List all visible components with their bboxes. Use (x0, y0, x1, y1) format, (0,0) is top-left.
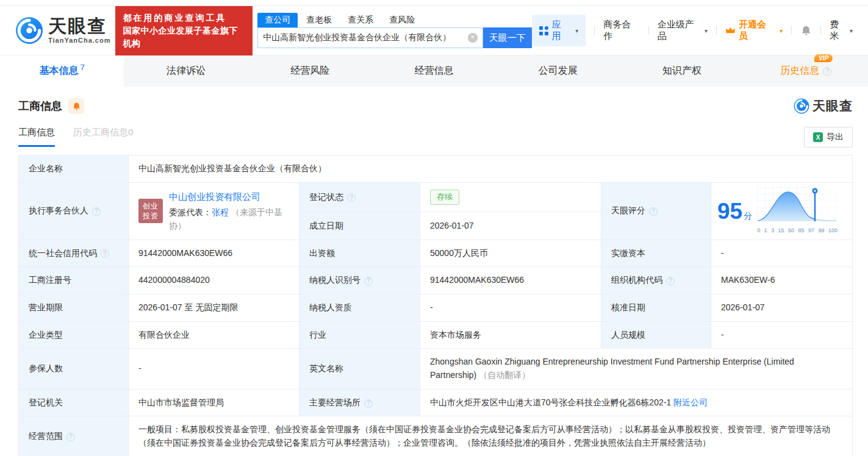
tab-operating-risk[interactable]: 经营风险 (248, 55, 372, 87)
english-name-value: Zhongshan Gaoxin Zhiguang Entrepreneursh… (420, 349, 853, 389)
score-axis-ticks: 0131550859799100 (757, 227, 838, 235)
divider (594, 26, 595, 35)
help-icon[interactable]: ? (92, 207, 101, 216)
reg-authority-value: 中山市市场监督管理局 (129, 389, 299, 416)
enterprise-product-label: 企业级产品 (658, 19, 703, 42)
search-tab-company[interactable]: 查公司 (257, 13, 298, 27)
tab-history-info[interactable]: 历史信息 VIP ? (744, 55, 868, 87)
vip-badge: VIP (814, 54, 833, 62)
taxpayer-id-label: 纳税人识别号? (299, 267, 420, 294)
help-icon[interactable]: ? (666, 277, 675, 285)
paid-capital-value: - (711, 240, 853, 267)
credit-code-label: 统一社会信用代码? (19, 240, 129, 267)
tab-history-info-label: 历史信息 (780, 65, 819, 77)
establish-date-label: 成立日期 (299, 212, 420, 240)
company-name-label: 企业名称 (19, 155, 129, 183)
table-row: 营业期限 2026-01-07 至 无固定期限 纳税人资质 - 核准日期 202… (19, 294, 853, 322)
contribution-label: 出资额 (299, 240, 420, 267)
tab-company-development[interactable]: 公司发展 (496, 55, 620, 87)
business-scope-label: 经营范围? (19, 416, 129, 456)
open-vip-menu[interactable]: 开通会员 ▾ (725, 19, 783, 42)
promo-line1: 都在用的商业查询工具 (123, 12, 245, 24)
score-distribution-chart: 0131550859799100 (757, 187, 838, 236)
tianyancha-logo[interactable]: 天眼查 TianYanCha.com (15, 16, 110, 45)
industry-label: 行业 (299, 321, 420, 349)
apps-grid-icon (539, 26, 548, 35)
table-row: 参保人数 - 英文名称 Zhongshan Gaoxin Zhiguang En… (19, 349, 853, 389)
open-vip-label: 开通会员 (739, 19, 775, 42)
help-icon[interactable]: ? (364, 277, 373, 285)
rep-label: 委派代表： (169, 207, 212, 217)
help-icon[interactable]: ? (347, 193, 356, 202)
score-value: 95分 (711, 183, 853, 240)
search-tab-risk[interactable]: 查风险 (382, 13, 422, 27)
tab-legal[interactable]: 法律诉讼 (124, 55, 248, 87)
table-row: 工商注册号 442000004884020 纳税人识别号? 91442000MA… (19, 267, 853, 294)
tianyancha-watermark: 天眼查 (794, 98, 853, 115)
search-tab-relation[interactable]: 查关系 (340, 13, 381, 27)
partner-company-link[interactable]: 中山创业投资有限公司 (169, 190, 289, 204)
reg-status-label: 登记状态? (299, 183, 420, 212)
rep-name-link[interactable]: 张程 (212, 207, 229, 217)
tab-basic-info[interactable]: 基本信息 7 (0, 55, 124, 87)
auto-translate-note: （自动翻译） (479, 370, 530, 380)
apps-menu[interactable]: 应用 ▾ (532, 15, 586, 46)
nearby-companies-link[interactable]: 附近公司 (673, 397, 708, 407)
enterprise-product-menu[interactable]: 企业级产品 ▾ (658, 19, 708, 42)
search-input[interactable] (258, 33, 468, 43)
staff-size-value: - (711, 321, 853, 349)
approval-date-label: 核准日期 (601, 294, 711, 322)
clear-search-icon[interactable]: × (468, 33, 478, 43)
tab-basic-info-label: 基本信息 (40, 65, 79, 77)
help-icon[interactable]: ? (101, 249, 109, 258)
staff-size-label: 人员规模 (601, 321, 711, 349)
watermark-text: 天眼查 (812, 98, 853, 115)
search-button[interactable]: 天眼一下 (483, 27, 532, 48)
chevron-down-icon: ▾ (850, 27, 853, 34)
chevron-down-icon: ▾ (705, 27, 708, 34)
main-tab-bar: 基本信息 7 法律诉讼 经营风险 经营信息 公司发展 知识产权 历史信息 VIP… (0, 55, 868, 87)
section-title: 工商信息 (18, 99, 62, 113)
apps-label: 应用 (552, 19, 570, 42)
tab-operating-info[interactable]: 经营信息 (372, 55, 496, 87)
export-label: 导出 (827, 132, 844, 143)
org-code-value: MAK630EW-6 (711, 267, 853, 294)
monitor-bell-icon[interactable] (68, 98, 84, 114)
page-top-divider (0, 0, 868, 6)
help-icon[interactable]: ? (823, 67, 831, 76)
chevron-down-icon: ▾ (780, 27, 783, 34)
help-icon[interactable]: ? (66, 433, 75, 441)
tianyancha-watermark-icon (794, 98, 809, 114)
business-address-value: 中山市火炬开发区中山港大道70号张企科技企业孵化器6栋202-1 附近公司 (420, 389, 853, 416)
taxpayer-quality-label: 纳税人资质 (299, 294, 420, 322)
contribution-value: 50000万人民币 (420, 240, 601, 267)
chevron-down-icon: ▾ (575, 27, 578, 34)
top-right-nav: 应用 ▾ 商务合作 企业级产品 ▾ 开通会员 ▾ 费米 ▾ (532, 15, 853, 46)
managing-partner-value: 创业 投资 中山创业投资有限公司 委派代表：张程 （来源于中基协） (129, 183, 299, 240)
divider (716, 26, 717, 35)
crown-icon (725, 26, 736, 35)
divider (820, 26, 821, 35)
industry-value: 资本市场服务 (420, 321, 601, 349)
tianyancha-logo-icon (15, 16, 43, 45)
company-type-value: 有限合伙企业 (129, 321, 299, 349)
notification-bell-icon[interactable] (800, 25, 812, 37)
export-button[interactable]: X 导出 (804, 127, 853, 148)
business-term-label: 营业期限 (19, 294, 129, 322)
establish-date-value: 2026-01-07 (420, 212, 601, 240)
help-icon[interactable]: ? (364, 399, 373, 408)
subtab-history-business-info[interactable]: 历史工商信息0 (73, 127, 133, 145)
promo-banner: 都在用的商业查询工具 国家中小企业发展子基金旗下机构 (115, 6, 253, 55)
business-cooperation-link[interactable]: 商务合作 (603, 19, 639, 42)
table-row: 企业名称 中山高新智光创业投资基金合伙企业（有限合伙） (19, 155, 853, 183)
tab-intellectual-property[interactable]: 知识产权 (620, 55, 744, 87)
user-menu[interactable]: 费米 ▾ (830, 19, 853, 42)
help-icon[interactable]: ? (649, 207, 658, 216)
search-tab-boss[interactable]: 查老板 (299, 13, 339, 27)
company-type-label: 企业类型 (19, 321, 129, 349)
subtab-business-info[interactable]: 工商信息 (18, 127, 55, 147)
promo-line2: 国家中小企业发展子基金旗下机构 (123, 24, 245, 50)
table-row: 执行事务合伙人? 创业 投资 中山创业投资有限公司 委派代表：张程 （来源于中基… (19, 183, 853, 212)
score-unit: 分 (744, 211, 752, 221)
status-badge: 存续 (430, 190, 459, 204)
